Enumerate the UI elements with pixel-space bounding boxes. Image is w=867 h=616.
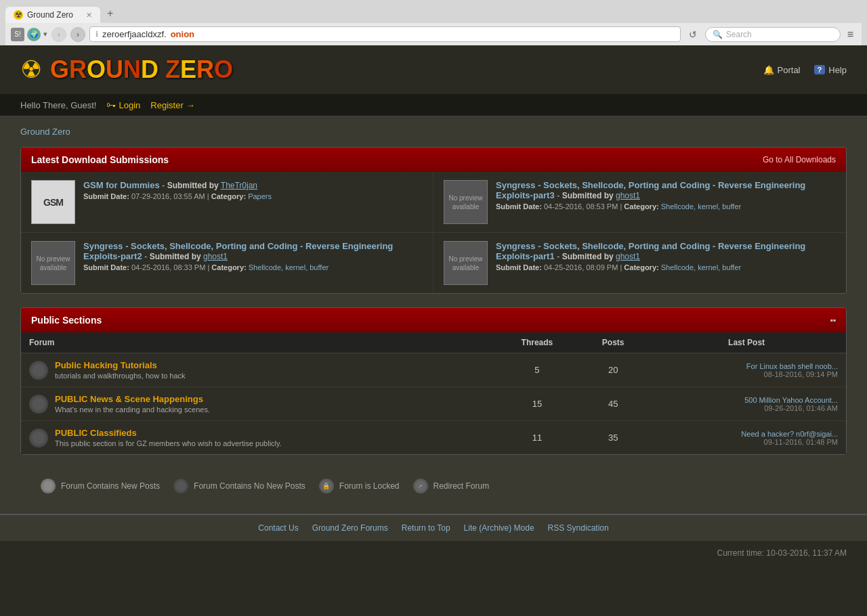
legend-icon-locked: 🔒 [319, 479, 334, 493]
forum-row: PUBLIC Classifieds This public section i… [21, 421, 846, 455]
col-lastpost: Last Post [647, 332, 846, 353]
last-post-link[interactable]: For Linux bash shell noob... [746, 362, 838, 370]
lock-icon: ℹ [96, 30, 98, 39]
forum-name-link[interactable]: Public Hacking Tutorials [55, 360, 157, 370]
download-submitted: - Submitted by ghost1 [557, 252, 640, 261]
forum-last-post: 500 Million Yahoo Account... 09-26-2016,… [647, 387, 846, 421]
browser-menu-button[interactable]: ≡ [845, 27, 856, 42]
forum-section-header: Public Sections ▪▪ [21, 308, 846, 332]
bell-icon: 🔔 [763, 65, 774, 75]
forum-last-post: For Linux bash shell noob... 08-18-2016,… [647, 353, 846, 387]
downloads-grid: GSM GSM for Dummies - Submitted by TheTr… [21, 172, 846, 293]
logo-icon: ☢ [20, 56, 42, 84]
legend-item-locked: 🔒 Forum is Locked [319, 479, 400, 493]
help-link[interactable]: ? Help [814, 65, 847, 75]
footer-rss-link[interactable]: RSS Syndication [548, 523, 609, 533]
address-bar[interactable]: ℹ zeroerfjaacldxzf.onion [89, 26, 681, 42]
footer-lite-link[interactable]: Lite (Archive) Mode [464, 523, 534, 533]
collapse-button[interactable]: ▪▪ [830, 315, 836, 325]
footer-contact-link[interactable]: Contact Us [258, 523, 298, 533]
download-title-link[interactable]: Syngress - Sockets, Shellcode, Porting a… [83, 241, 393, 261]
browser-toolbar: S! 🌍 ▾ ‹ › ℹ zeroerfjaacldxzf.onion ↺ 🔍 … [5, 23, 862, 45]
tab-close-button[interactable]: ✕ [86, 11, 92, 20]
legend-label-locked: Forum is Locked [339, 481, 400, 491]
download-author-link[interactable]: ghost1 [203, 252, 228, 261]
breadcrumb: Ground Zero [20, 127, 847, 137]
portal-link[interactable]: 🔔 Portal [763, 65, 801, 75]
col-posts: Posts [579, 332, 647, 353]
greeting-text: Hello There, Guest! [20, 100, 96, 110]
download-meta: Submit Date: 04-25-2016, 08:09 PM | Cate… [496, 263, 836, 271]
legend-icon-redirect: ↗ [413, 479, 428, 493]
footer-forums-link[interactable]: Ground Zero Forums [312, 523, 388, 533]
logo-text: GROUND ZERO [50, 56, 233, 84]
legend: Forum Contains New Posts Forum Contains … [20, 468, 847, 504]
url-prefix: zeroerfjaacldxzf. [102, 29, 167, 39]
forum-cell-name: PUBLIC Classifieds This public section i… [21, 421, 495, 455]
new-tab-button[interactable]: + [100, 4, 120, 23]
forum-row: PUBLIC News & Scene Happenings What's ne… [21, 387, 846, 421]
download-submitted: - Submitted by TheTr0jan [162, 181, 257, 190]
site-footer: Contact Us Ground Zero Forums Return to … [0, 514, 867, 541]
breadcrumb-link[interactable]: Ground Zero [20, 127, 70, 137]
login-link[interactable]: 🗝 Login [106, 100, 140, 110]
forum-table: Forum Threads Posts Last Post Pub [21, 332, 846, 454]
forum-icon [29, 428, 48, 447]
key-icon: 🗝 [106, 100, 116, 110]
forum-cell-inner: PUBLIC Classifieds This public section i… [29, 428, 487, 447]
legend-item-new-posts: Forum Contains New Posts [41, 479, 160, 493]
header-links: 🔔 Portal ? Help [763, 65, 847, 75]
download-item: No preview available Syngress - Sockets,… [434, 172, 846, 233]
last-post-link[interactable]: Need a hacker? n0rf@sigai... [741, 430, 838, 438]
downloads-section-title: Latest Download Submissions [31, 154, 169, 165]
extensions-area: S! 🌍 ▾ [11, 28, 47, 41]
forum-cell-inner: PUBLIC News & Scene Happenings What's ne… [29, 394, 487, 414]
forum-post-count: 20 [579, 353, 647, 387]
extension-icon-2[interactable]: 🌍 [27, 28, 41, 41]
col-forum: Forum [21, 332, 495, 353]
forum-name-link[interactable]: PUBLIC News & Scene Happenings [55, 394, 203, 404]
download-author-link[interactable]: TheTr0jan [221, 181, 257, 190]
browser-tab-active[interactable]: ☢ Ground Zero ✕ [5, 7, 100, 23]
col-threads: Threads [495, 332, 580, 353]
download-info: GSM for Dummies - Submitted by TheTr0jan… [83, 180, 423, 200]
download-title-link[interactable]: Syngress - Sockets, Shellcode, Porting a… [496, 241, 805, 261]
register-link[interactable]: Register → [150, 100, 194, 110]
legend-icon-new-posts [41, 479, 56, 493]
extension-icon-1[interactable]: S! [11, 28, 24, 41]
go-to-downloads-link[interactable]: Go to All Downloads [763, 155, 836, 164]
forum-name-desc: PUBLIC Classifieds This public section i… [55, 428, 282, 447]
download-thumbnail: No preview available [31, 241, 75, 285]
back-button[interactable]: ‹ [51, 27, 66, 42]
download-title-link[interactable]: Syngress - Sockets, Shellcode, Porting a… [496, 180, 805, 200]
current-time: Current time: 10-03-2016, 11:37 AM [717, 548, 847, 558]
downloads-section: Latest Download Submissions Go to All Do… [20, 147, 847, 294]
search-bar[interactable]: 🔍 Search [705, 27, 841, 42]
url-suffix: onion [171, 29, 194, 39]
arrow-icon: → [186, 100, 195, 110]
browser-chrome: ☢ Ground Zero ✕ + S! 🌍 ▾ ‹ › ℹ zeroerfja… [0, 0, 867, 45]
forum-row: Public Hacking Tutorials tutorials and w… [21, 353, 846, 387]
help-icon: ? [814, 65, 826, 74]
main-content: Ground Zero Latest Download Submissions … [0, 116, 867, 514]
forum-section: Public Sections ▪▪ Forum Threads Posts L… [20, 307, 847, 455]
download-meta: Submit Date: 04-25-2016, 08:53 PM | Cate… [496, 202, 836, 211]
extensions-dropdown[interactable]: ▾ [43, 30, 47, 39]
forward-button[interactable]: › [70, 27, 85, 42]
site-header: ☢ GROUND ZERO 🔔 Portal ? Help [0, 45, 867, 94]
download-thumbnail: No preview available [444, 241, 488, 285]
footer-top-link[interactable]: Return to Top [402, 523, 450, 533]
download-author-link[interactable]: ghost1 [616, 191, 640, 200]
forum-name-link[interactable]: PUBLIC Classifieds [55, 428, 137, 438]
forum-table-header-row: Forum Threads Posts Last Post [21, 332, 846, 353]
legend-item-redirect: ↗ Redirect Forum [413, 479, 490, 493]
download-author-link[interactable]: ghost1 [616, 252, 640, 261]
footer-bottom: Current time: 10-03-2016, 11:37 AM [0, 541, 867, 565]
download-title-link[interactable]: GSM for Dummies [83, 180, 160, 190]
browser-tabs: ☢ Ground Zero ✕ + [5, 4, 862, 23]
last-post-link[interactable]: 500 Million Yahoo Account... [744, 396, 838, 404]
reload-button[interactable]: ↺ [685, 28, 701, 41]
footer-links: Contact Us Ground Zero Forums Return to … [20, 523, 847, 533]
downloads-section-header: Latest Download Submissions Go to All Do… [21, 148, 846, 172]
forum-description: This public section is for GZ members wh… [55, 439, 282, 447]
